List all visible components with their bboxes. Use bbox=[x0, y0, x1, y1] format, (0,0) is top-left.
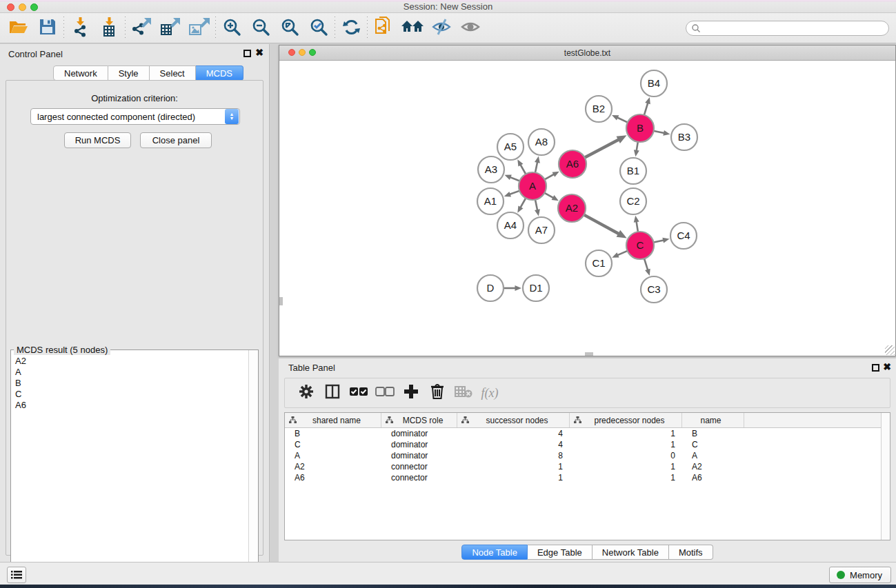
export-table-button[interactable] bbox=[156, 15, 185, 41]
select-all-checked-button[interactable] bbox=[346, 381, 372, 405]
table-cell[interactable]: 1 bbox=[457, 461, 570, 472]
zoom-selected-button[interactable] bbox=[304, 15, 333, 41]
tab-mcds[interactable]: MCDS bbox=[196, 65, 243, 81]
trash-button[interactable] bbox=[424, 381, 450, 405]
show-eye-button[interactable] bbox=[456, 15, 485, 41]
tab-select[interactable]: Select bbox=[150, 65, 196, 81]
fx-button[interactable]: f(x) bbox=[477, 381, 503, 405]
new-network-from-selection-button[interactable] bbox=[369, 15, 398, 41]
node-C4[interactable]: C4 bbox=[670, 223, 697, 249]
table-cell[interactable]: C bbox=[682, 439, 744, 450]
table-row[interactable]: Adominator80A bbox=[285, 450, 890, 461]
mcds-result-item[interactable]: A2 bbox=[12, 356, 247, 367]
optimization-criterion-select[interactable]: largest connected component (directed) ▲… bbox=[30, 108, 240, 125]
node-B1[interactable]: B1 bbox=[620, 158, 646, 184]
zoom-fit-button[interactable] bbox=[275, 15, 304, 41]
save-button[interactable] bbox=[33, 15, 62, 41]
open-folder-button[interactable] bbox=[4, 15, 33, 41]
result-scrollbar[interactable] bbox=[248, 350, 258, 582]
run-mcds-button[interactable]: Run MCDS bbox=[64, 132, 131, 148]
table-cell[interactable]: 1 bbox=[570, 439, 682, 450]
tab-network-table[interactable]: Network Table bbox=[593, 545, 669, 560]
table-cell[interactable]: B bbox=[682, 428, 744, 439]
add-button[interactable] bbox=[398, 381, 424, 405]
export-network-button[interactable] bbox=[127, 15, 156, 41]
network-window-titlebar[interactable]: testGlobe.txt bbox=[279, 45, 895, 61]
export-image-button[interactable] bbox=[185, 15, 214, 41]
column-header-name[interactable]: name bbox=[682, 413, 744, 427]
node-A2[interactable]: A2 bbox=[558, 194, 586, 222]
table-cell[interactable]: dominator bbox=[381, 428, 457, 439]
table-cell[interactable]: A6 bbox=[285, 472, 381, 483]
table-cell[interactable]: connector bbox=[381, 472, 457, 483]
table-cell[interactable]: A bbox=[285, 450, 381, 461]
select-none-button[interactable] bbox=[372, 381, 398, 405]
tab-motifs[interactable]: Motifs bbox=[669, 545, 713, 560]
gear-button[interactable] bbox=[293, 381, 319, 405]
column-header-MCDS-role[interactable]: MCDS role bbox=[381, 413, 457, 427]
node-C3[interactable]: C3 bbox=[641, 276, 667, 303]
mcds-result-item[interactable]: B bbox=[12, 378, 247, 389]
table-float-icon[interactable] bbox=[872, 364, 879, 372]
refresh-button[interactable] bbox=[337, 15, 366, 41]
import-table-button[interactable] bbox=[94, 15, 123, 41]
node-A3[interactable]: A3 bbox=[478, 156, 504, 183]
table-cell[interactable]: dominator bbox=[381, 439, 457, 450]
table-cell[interactable]: 1 bbox=[570, 461, 682, 472]
table-cell[interactable]: 4 bbox=[457, 428, 570, 439]
network-graph[interactable]: A5 A8 A3 A6 A A1 A2 A4 A7 B2 B4 B B3 B1 … bbox=[280, 61, 895, 356]
network-vscroll-thumb[interactable] bbox=[279, 297, 283, 305]
node-A6[interactable]: A6 bbox=[559, 150, 586, 178]
node-A8[interactable]: A8 bbox=[528, 129, 555, 155]
node-A4[interactable]: A4 bbox=[497, 212, 524, 239]
memory-button[interactable]: Memory bbox=[829, 567, 891, 583]
table-cell[interactable]: 8 bbox=[457, 450, 570, 461]
zoom-in-button[interactable] bbox=[217, 15, 246, 41]
edge-B-B4[interactable] bbox=[644, 102, 648, 116]
mcds-result-item[interactable]: C bbox=[12, 389, 247, 400]
close-panel-button[interactable]: Close panel bbox=[140, 132, 212, 148]
mcds-result-item[interactable]: A6 bbox=[12, 400, 247, 411]
table-row[interactable]: A2connector11A2 bbox=[285, 461, 890, 472]
tab-edge-table[interactable]: Edge Table bbox=[528, 545, 593, 560]
node-A7[interactable]: A7 bbox=[528, 217, 555, 243]
node-B3[interactable]: B3 bbox=[671, 124, 697, 150]
node-B[interactable]: B bbox=[626, 114, 654, 142]
table-row[interactable]: A6connector11A6 bbox=[285, 472, 890, 483]
node-D1[interactable]: D1 bbox=[523, 275, 549, 301]
table-cell[interactable]: A2 bbox=[682, 461, 744, 472]
table-close-icon[interactable]: ✖ bbox=[883, 362, 891, 372]
delete-table-button[interactable] bbox=[450, 381, 477, 405]
edge-A2-C[interactable] bbox=[583, 214, 619, 234]
table-cell[interactable]: A6 bbox=[682, 472, 744, 483]
table-row[interactable]: Cdominator41C bbox=[285, 439, 890, 450]
edge-A6-B[interactable] bbox=[584, 139, 619, 159]
node-A[interactable]: A bbox=[519, 172, 546, 200]
node-C1[interactable]: C1 bbox=[586, 250, 612, 276]
window-resize-grip[interactable] bbox=[885, 345, 895, 355]
mcds-result-list[interactable]: A2ABCA6 bbox=[12, 356, 247, 580]
column-header-shared-name[interactable]: shared name bbox=[285, 413, 381, 427]
columns-button[interactable] bbox=[319, 381, 346, 405]
zoom-out-button[interactable] bbox=[246, 15, 275, 41]
network-hscroll-thumb[interactable] bbox=[585, 352, 593, 356]
table-cell[interactable]: 1 bbox=[570, 472, 682, 483]
table-row[interactable]: Bdominator41B bbox=[285, 428, 890, 439]
table-cell[interactable]: 1 bbox=[457, 472, 570, 483]
column-header-successor-nodes[interactable]: successor nodes bbox=[457, 413, 570, 427]
float-panel-icon[interactable] bbox=[243, 50, 251, 57]
import-network-button[interactable] bbox=[66, 15, 94, 41]
node-D[interactable]: D bbox=[477, 275, 504, 301]
hide-eye-slash-button[interactable] bbox=[427, 15, 456, 41]
node-A1[interactable]: A1 bbox=[477, 188, 504, 214]
node-C[interactable]: C bbox=[626, 232, 654, 259]
table-cell[interactable]: A bbox=[682, 450, 744, 461]
task-history-button[interactable] bbox=[7, 567, 26, 583]
node-B4[interactable]: B4 bbox=[641, 70, 667, 97]
network-canvas[interactable]: A5 A8 A3 A6 A A1 A2 A4 A7 B2 B4 B B3 B1 … bbox=[280, 61, 895, 356]
table-cell[interactable]: 0 bbox=[570, 450, 682, 461]
table-cell[interactable]: connector bbox=[381, 461, 457, 472]
table-scrollbar[interactable] bbox=[881, 413, 890, 540]
search-input[interactable] bbox=[686, 21, 889, 36]
table-cell[interactable]: 4 bbox=[457, 439, 570, 450]
